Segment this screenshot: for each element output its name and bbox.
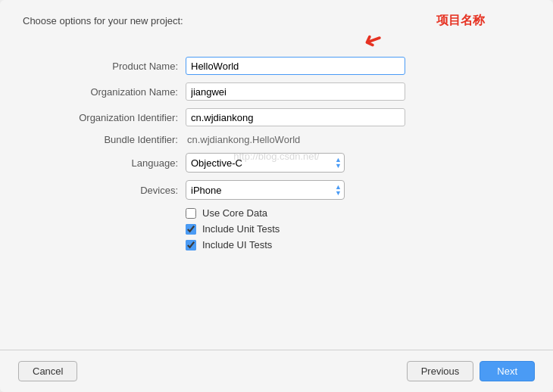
product-name-label: Product Name:	[34, 61, 186, 72]
org-name-label: Organization Name:	[34, 86, 186, 98]
devices-label: Devices:	[34, 185, 186, 196]
annotation-project-name: 项目名称	[436, 13, 485, 29]
bundle-id-row: Bundle Identifier: cn.wjdiankong.HelloWo…	[34, 134, 519, 145]
previous-button[interactable]: Previous	[407, 361, 474, 381]
use-core-data-label: Use Core Data	[202, 207, 267, 219]
language-select[interactable]: Objective-C Swift	[186, 153, 345, 173]
cancel-button[interactable]: Cancel	[18, 361, 77, 381]
checkboxes-area: Use Core Data Include Unit Tests Include…	[186, 207, 519, 250]
include-ui-tests-checkbox[interactable]	[186, 240, 196, 250]
use-core-data-row: Use Core Data	[186, 207, 519, 219]
language-row: Language: Objective-C Swift ▲ ▼ ➜ 选择开发语言	[34, 153, 519, 173]
language-label: Language:	[34, 157, 186, 169]
include-unit-tests-checkbox[interactable]	[186, 224, 196, 235]
org-name-input[interactable]	[186, 82, 405, 101]
include-ui-tests-label: Include UI Tests	[202, 239, 272, 250]
devices-select-wrapper: iPhone iPad Universal ▲ ▼	[186, 180, 345, 200]
unit-tests-row: Include Unit Tests	[186, 223, 519, 235]
product-name-row: Product Name:	[34, 57, 519, 75]
bundle-id-value: cn.wjdiankong.HelloWorld	[186, 134, 300, 145]
devices-row: Devices: iPhone iPad Universal ▲ ▼	[34, 180, 519, 200]
ui-tests-row: Include UI Tests	[186, 239, 519, 250]
include-unit-tests-label: Include Unit Tests	[202, 223, 280, 235]
form-area: Product Name: Organization Name: Organiz…	[34, 57, 519, 255]
dialog: Choose options for your new project: ➜ 项…	[0, 0, 553, 392]
org-id-row: Organization Identifier: ➜ 应用的包名	[34, 108, 519, 126]
use-core-data-checkbox[interactable]	[186, 208, 196, 219]
header-title: Choose options for your new project:	[23, 15, 183, 26]
language-select-wrapper: Objective-C Swift ▲ ▼	[186, 153, 345, 173]
footer-right-buttons: Previous Next	[407, 361, 535, 381]
next-button[interactable]: Next	[480, 361, 535, 381]
devices-select[interactable]: iPhone iPad Universal	[186, 180, 345, 200]
content-area: ➜ 项目名称 Product Name: Organization Name: …	[0, 34, 553, 350]
product-name-input[interactable]	[186, 57, 405, 75]
bundle-id-label: Bundle Identifier:	[34, 134, 186, 145]
org-name-row: Organization Name:	[34, 82, 519, 101]
org-id-input[interactable]	[186, 108, 405, 126]
org-id-label: Organization Identifier:	[34, 112, 186, 123]
footer: Cancel Previous Next	[0, 350, 553, 392]
